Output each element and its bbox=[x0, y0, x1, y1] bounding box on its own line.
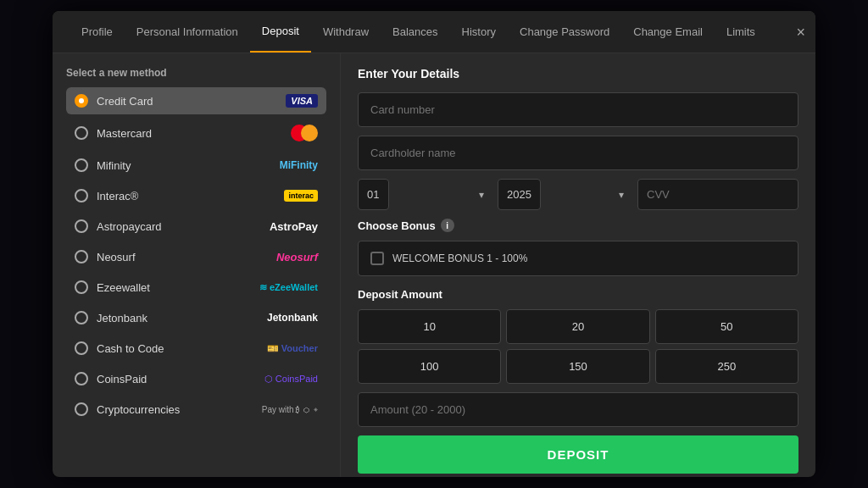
tab-profile[interactable]: Profile bbox=[70, 12, 125, 52]
bonus-row: WELCOME BONUS 1 - 100% bbox=[358, 241, 798, 276]
method-left: Cryptocurrencies bbox=[75, 402, 180, 416]
interac-logo: interac bbox=[284, 190, 318, 202]
method-interac[interactable]: Interac® interac bbox=[66, 182, 326, 209]
select-method-label: Select a new method bbox=[66, 67, 326, 79]
radio-mastercard[interactable] bbox=[75, 126, 88, 140]
method-mifinity[interactable]: Mifinity MiFinity bbox=[66, 152, 326, 179]
coinspaid-logo: ⬡ CoinsPaid bbox=[264, 374, 318, 385]
method-left: Mifinity bbox=[75, 158, 131, 172]
radio-jetonbank[interactable] bbox=[75, 311, 88, 324]
amount-btn-20[interactable]: 20 bbox=[506, 309, 649, 344]
method-jetonbank[interactable]: Jetonbank Jetonbank bbox=[66, 304, 326, 331]
method-name-credit-card: Credit Card bbox=[97, 95, 153, 108]
tab-deposit[interactable]: Deposit bbox=[250, 11, 311, 53]
mastercard-logo bbox=[291, 125, 318, 141]
tab-balances[interactable]: Balances bbox=[381, 12, 449, 52]
cvv-input[interactable] bbox=[637, 179, 798, 210]
year-select-wrapper: 202520262027 202820292030 bbox=[498, 179, 631, 210]
method-left: Astropaycard bbox=[75, 219, 162, 233]
cardholder-name-input[interactable] bbox=[358, 136, 798, 170]
method-name-coinspaid: CoinsPaid bbox=[97, 373, 147, 385]
method-left: Mastercard bbox=[75, 126, 152, 140]
mifinity-logo: MiFinity bbox=[280, 159, 318, 171]
bonus-info-icon[interactable]: i bbox=[441, 219, 454, 232]
bonus-label-text: WELCOME BONUS 1 - 100% bbox=[392, 252, 527, 264]
deposit-button[interactable]: DEPOSIT bbox=[358, 435, 798, 474]
amount-btn-50[interactable]: 50 bbox=[655, 309, 798, 344]
radio-neosurf[interactable] bbox=[75, 250, 88, 263]
method-name-astropay: Astropaycard bbox=[97, 220, 162, 233]
method-neosurf[interactable]: Neosurf Neosurf bbox=[66, 243, 326, 270]
method-name-mifinity: Mifinity bbox=[97, 159, 131, 172]
right-panel: Enter Your Details 010203 040506 070809 … bbox=[341, 53, 815, 477]
method-ezeewallet[interactable]: Ezeewallet ≋ eZeeWallet bbox=[66, 274, 326, 301]
amount-btn-250[interactable]: 250 bbox=[655, 349, 798, 384]
radio-cash-to-code[interactable] bbox=[75, 341, 88, 355]
month-select-wrapper: 010203 040506 070809 101112 bbox=[358, 179, 491, 210]
method-coinspaid[interactable]: CoinsPaid ⬡ CoinsPaid bbox=[66, 365, 326, 392]
radio-interac[interactable] bbox=[75, 189, 88, 202]
close-button[interactable]: × bbox=[796, 25, 805, 40]
radio-ezeewallet[interactable] bbox=[75, 280, 88, 294]
neosurf-logo: Neosurf bbox=[276, 251, 318, 263]
amount-btn-10[interactable]: 10 bbox=[358, 309, 501, 344]
tab-change-email[interactable]: Change Email bbox=[621, 12, 715, 52]
visa-icon: VISA bbox=[286, 94, 318, 108]
method-left: CoinsPaid bbox=[75, 372, 147, 385]
method-name-mastercard: Mastercard bbox=[97, 127, 152, 140]
method-name-neosurf: Neosurf bbox=[97, 251, 136, 263]
modal-header: Profile Personal Information Deposit Wit… bbox=[53, 11, 815, 53]
amount-grid: 10 20 50 100 150 250 bbox=[358, 309, 798, 384]
method-astropay[interactable]: Astropaycard AstroPay bbox=[66, 213, 326, 240]
interac-icon: interac bbox=[284, 190, 318, 202]
expiry-cvv-row: 010203 040506 070809 101112 202520262027… bbox=[358, 179, 798, 210]
method-left: Ezeewallet bbox=[75, 280, 150, 294]
radio-credit-card[interactable] bbox=[75, 94, 88, 108]
method-credit-card[interactable]: Credit Card VISA bbox=[66, 87, 326, 114]
method-cash-to-code[interactable]: Cash to Code 🎫 Voucher bbox=[66, 335, 326, 362]
radio-astropay[interactable] bbox=[75, 219, 88, 233]
enter-details-title: Enter Your Details bbox=[358, 67, 798, 80]
method-name-ezeewallet: Ezeewallet bbox=[97, 281, 150, 294]
modal-dialog: Profile Personal Information Deposit Wit… bbox=[53, 11, 815, 477]
method-left: Cash to Code bbox=[75, 341, 164, 355]
credit-card-logo: VISA bbox=[286, 94, 318, 108]
tab-withdraw[interactable]: Withdraw bbox=[311, 12, 381, 52]
tab-personal-info[interactable]: Personal Information bbox=[125, 12, 250, 52]
deposit-amount-title: Deposit Amount bbox=[358, 288, 798, 301]
card-number-input[interactable] bbox=[358, 92, 798, 127]
radio-coinspaid[interactable] bbox=[75, 372, 88, 385]
method-name-interac: Interac® bbox=[97, 190, 138, 202]
month-select[interactable]: 010203 040506 070809 101112 bbox=[358, 179, 389, 210]
method-cryptocurrencies[interactable]: Cryptocurrencies Pay with ₿ ⬡ ◈ bbox=[66, 396, 326, 423]
radio-cryptocurrencies[interactable] bbox=[75, 402, 88, 416]
year-select[interactable]: 202520262027 202820292030 bbox=[498, 179, 541, 210]
ezeewallet-logo: ≋ eZeeWallet bbox=[259, 282, 318, 293]
method-left: Interac® bbox=[75, 189, 138, 202]
method-name-cash-to-code: Cash to Code bbox=[97, 342, 164, 355]
bonus-checkbox[interactable] bbox=[370, 252, 384, 265]
amount-btn-150[interactable]: 150 bbox=[506, 349, 649, 384]
choose-bonus-title: Choose Bonus i bbox=[358, 219, 798, 232]
method-left: Neosurf bbox=[75, 250, 136, 263]
radio-mifinity[interactable] bbox=[75, 158, 88, 172]
modal-body: Select a new method Credit Card VISA Mas… bbox=[53, 53, 815, 477]
method-left: Credit Card bbox=[75, 94, 153, 108]
method-left: Jetonbank bbox=[75, 311, 147, 324]
jetonbank-logo: Jetonbank bbox=[267, 312, 318, 324]
left-panel: Select a new method Credit Card VISA Mas… bbox=[53, 53, 341, 477]
voucher-logo: 🎫 Voucher bbox=[267, 343, 318, 354]
crypto-logo: Pay with ₿ ⬡ ◈ bbox=[262, 405, 318, 414]
amount-btn-100[interactable]: 100 bbox=[358, 349, 501, 384]
choose-bonus-label: Choose Bonus bbox=[358, 219, 436, 232]
tab-limits[interactable]: Limits bbox=[715, 12, 767, 52]
method-name-jetonbank: Jetonbank bbox=[97, 312, 147, 324]
method-name-cryptocurrencies: Cryptocurrencies bbox=[97, 403, 180, 416]
astropay-logo: AstroPay bbox=[270, 220, 318, 233]
mastercard-orange-circle bbox=[301, 125, 318, 141]
tab-history[interactable]: History bbox=[450, 12, 508, 52]
tab-change-password[interactable]: Change Password bbox=[508, 12, 621, 52]
method-mastercard[interactable]: Mastercard bbox=[66, 118, 326, 148]
custom-amount-input[interactable] bbox=[358, 392, 798, 427]
